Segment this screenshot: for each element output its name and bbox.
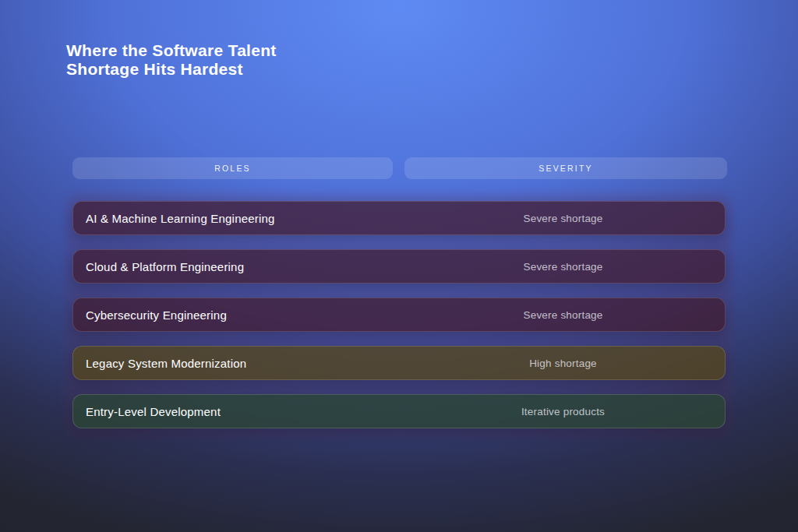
table-row: Cloud & Platform Engineering Severe shor… [72, 249, 726, 284]
table-row: AI & Machine Learning Engineering Severe… [72, 201, 726, 235]
table-row: Legacy System Modernization High shortag… [72, 346, 726, 380]
rows: AI & Machine Learning Engineering Severe… [72, 201, 726, 442]
column-headers: ROLES SEVERITY [72, 157, 727, 179]
role-label: Legacy System Modernization [86, 357, 246, 370]
role-label: Cloud & Platform Engineering [86, 260, 244, 273]
column-header-roles: ROLES [72, 157, 393, 179]
page-title-line2: Shortage Hits Hardest [66, 60, 277, 79]
severity-label: Iterative products [405, 406, 721, 417]
column-header-severity: SEVERITY [404, 157, 727, 179]
table-row: Entry-Level Development Iterative produc… [72, 394, 726, 428]
severity-label: Severe shortage [405, 309, 721, 321]
severity-label: Severe shortage [405, 261, 721, 273]
page-title-line1: Where the Software Talent [66, 41, 277, 60]
table-row: Cybersecurity Engineering Severe shortag… [72, 298, 726, 332]
role-label: Entry-Level Development [86, 405, 221, 418]
role-label: Cybersecurity Engineering [86, 308, 227, 322]
infographic-background: Where the Software Talent Shortage Hits … [0, 0, 798, 532]
role-label: AI & Machine Learning Engineering [86, 212, 275, 225]
page-title: Where the Software Talent Shortage Hits … [66, 41, 277, 79]
severity-label: Severe shortage [405, 213, 721, 224]
severity-label: High shortage [405, 358, 721, 369]
